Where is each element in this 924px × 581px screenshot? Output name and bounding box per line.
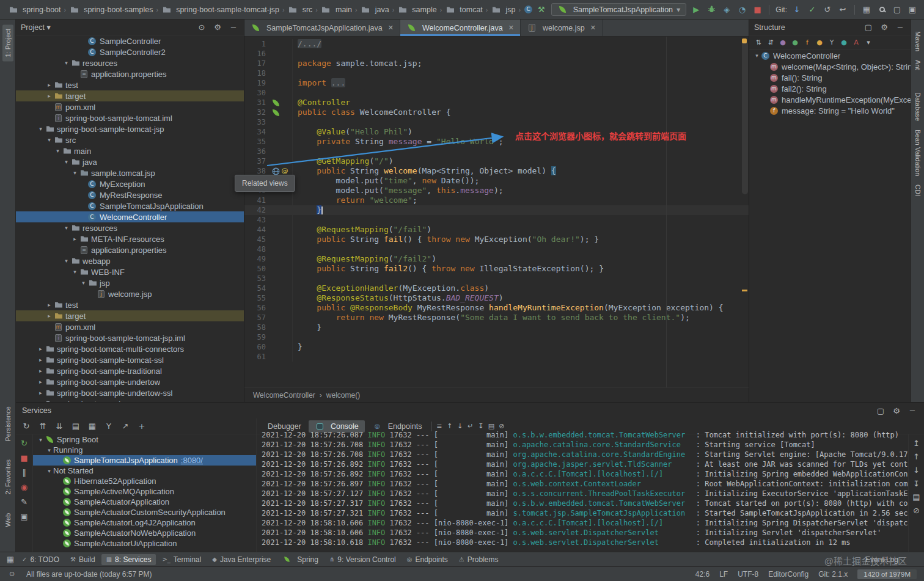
leaf-icon[interactable] bbox=[271, 108, 280, 117]
expand-all-button[interactable]: ⇈ bbox=[37, 422, 48, 430]
tool-button-web[interactable]: Web bbox=[2, 509, 13, 531]
code-line-17[interactable]: 17package sample.tomcat.jsp; bbox=[244, 59, 749, 68]
code-line-50[interactable]: 50 public String fail2() { throw new Ill… bbox=[244, 264, 749, 274]
tree-collapse-icon[interactable]: ▾ bbox=[62, 225, 70, 231]
project-item-spring-boot-sample-tomcat-ssl[interactable]: ▸spring-boot-sample-tomcat-ssl bbox=[16, 354, 244, 365]
next-message-button[interactable]: ↓ bbox=[911, 466, 922, 474]
structure-item-fail2-string[interactable]: mfail2(): String bbox=[749, 83, 911, 94]
service-spring-boot[interactable]: ▾Spring Boot bbox=[33, 434, 256, 445]
console-options-button[interactable]: ≡ bbox=[435, 423, 444, 429]
breadcrumb-spring-boot-samples[interactable]: spring-boot-samples bbox=[67, 4, 155, 15]
tool-window-button-build[interactable]: ⚒Build bbox=[65, 554, 100, 565]
project-item-welcome-jsp[interactable]: jwelcome.jsp bbox=[16, 288, 244, 299]
project-item-pom-xml[interactable]: mpom.xml bbox=[16, 321, 244, 332]
project-item-spring-boot-sample-undertow[interactable]: ▸spring-boot-sample-undertow bbox=[16, 376, 244, 387]
tool-button-persistence[interactable]: Persistence bbox=[2, 402, 13, 445]
project-item-spring-boot-sample-traditional[interactable]: ▸spring-boot-sample-traditional bbox=[16, 365, 244, 376]
bean-filter-button[interactable]: ● bbox=[840, 39, 848, 46]
hide-panel-button[interactable]: ─ bbox=[907, 407, 918, 415]
service-not-started[interactable]: ▾Not Started bbox=[33, 466, 256, 476]
tree-expand-icon[interactable]: ▸ bbox=[37, 390, 45, 396]
tree-collapse-icon[interactable]: ▾ bbox=[37, 126, 45, 132]
take-thread-dump-button[interactable]: ▣ bbox=[19, 513, 30, 521]
tool-button-ant[interactable]: Ant bbox=[912, 56, 923, 75]
window-mode-button[interactable]: ▢ bbox=[875, 407, 886, 415]
filter-services-button[interactable]: Y bbox=[103, 422, 114, 430]
code-line-48[interactable]: 48 bbox=[244, 244, 749, 254]
code-line-38[interactable]: 38@ public String welcome(Map<String, Ob… bbox=[244, 166, 749, 176]
tool-button-1-project[interactable]: 1: Project bbox=[2, 24, 13, 61]
project-item-webapp[interactable]: ▾webapp bbox=[16, 255, 244, 266]
code-line-44[interactable]: 44 @RequestMapping("/fail") bbox=[244, 225, 749, 235]
refresh-services-button[interactable]: ↻ bbox=[21, 422, 32, 430]
view-options-button[interactable]: ▦ bbox=[87, 422, 98, 430]
tree-collapse-icon[interactable]: ▾ bbox=[62, 60, 70, 66]
tree-collapse-icon[interactable]: ▾ bbox=[71, 269, 79, 275]
status-widget-git-2-1-x[interactable]: Git: 2.1.x bbox=[818, 570, 848, 579]
code-line-33[interactable]: 33 bbox=[244, 117, 749, 127]
tree-collapse-icon[interactable]: ▾ bbox=[54, 148, 62, 154]
prev-message-button[interactable]: ↑ bbox=[911, 453, 922, 461]
service-sampletomcatjspapplication[interactable]: SampleTomcatJspApplication:8080/ bbox=[33, 455, 256, 466]
tree-collapse-icon[interactable]: ▾ bbox=[62, 258, 70, 264]
code-line-40[interactable]: 40 model.put("message", this.message); bbox=[244, 186, 749, 195]
maximize-window-button[interactable]: ▣ bbox=[907, 5, 918, 13]
search-everywhere-button[interactable] bbox=[876, 5, 887, 13]
project-item-test[interactable]: ▸test bbox=[16, 79, 244, 90]
show-anonymous-button[interactable]: ● bbox=[791, 39, 799, 46]
tree-collapse-icon[interactable]: ▾ bbox=[45, 468, 53, 474]
tool-window-button-problems[interactable]: ⚠Problems bbox=[454, 554, 504, 565]
git-rollback-button[interactable]: ↩ bbox=[837, 5, 848, 13]
scroll-to-end-button[interactable]: ↧ bbox=[476, 423, 485, 429]
code-line-45[interactable]: 45 public String fail() { throw new MyEx… bbox=[244, 235, 749, 244]
structure-item-message-string-hello-world[interactable]: fmessage: String = "Hello World" bbox=[749, 105, 911, 116]
scroll-to-bottom-button[interactable]: ↧ bbox=[911, 480, 922, 488]
tree-expand-icon[interactable]: ▸ bbox=[45, 93, 53, 99]
run-button[interactable]: ▶ bbox=[691, 5, 702, 13]
project-item-pom-xml[interactable]: mpom.xml bbox=[16, 101, 244, 112]
hide-panel-button[interactable]: ─ bbox=[228, 23, 239, 31]
locate-file-button[interactable]: ⊙ bbox=[196, 23, 207, 31]
leaf-icon[interactable] bbox=[271, 98, 280, 107]
service-sampleactuatorcustomsecurityapplication[interactable]: SampleActuatorCustomSecurityApplication bbox=[33, 507, 256, 517]
code-line-36[interactable]: 36 bbox=[244, 147, 749, 156]
tool-window-button-endpoints[interactable]: ◎Endpoints bbox=[402, 554, 453, 565]
project-item-src[interactable]: ▾src bbox=[16, 134, 244, 145]
breadcrumb-sample[interactable]: sample bbox=[395, 4, 438, 15]
project-item-test[interactable]: ▸test bbox=[16, 299, 244, 310]
git-update-button[interactable]: ↓ bbox=[791, 5, 802, 13]
code-line-41[interactable]: 41 return "welcome"; bbox=[244, 195, 749, 205]
project-item-java[interactable]: ▾java bbox=[16, 156, 244, 167]
close-tab-icon[interactable]: ✕ bbox=[508, 24, 514, 32]
run-with-coverage-button[interactable]: ◈ bbox=[721, 5, 732, 13]
breadcrumb-spring-boot-sample-tomcat-jsp[interactable]: spring-boot-sample-tomcat-jsp bbox=[160, 4, 281, 15]
stop-service-button[interactable]: ■ bbox=[19, 454, 30, 462]
settings-button[interactable]: ⚙ bbox=[891, 407, 902, 415]
project-item-spring-boot-sample-tomcat-iml[interactable]: ispring-boot-sample-tomcat.iml bbox=[16, 112, 244, 123]
project-item-meta-inf-resources[interactable]: ▸META-INF.resources bbox=[16, 233, 244, 244]
edit-run-configuration-button[interactable]: ✎ bbox=[19, 498, 30, 506]
tree-expand-icon[interactable]: ▸ bbox=[37, 346, 45, 352]
suspend-output-button[interactable]: ∥ bbox=[19, 469, 30, 477]
structure-item-handlemyruntimeexception-myexception[interactable]: mhandleMyRuntimeException(MyException) bbox=[749, 94, 911, 105]
project-item-main[interactable]: ▾main bbox=[16, 145, 244, 156]
tool-button-bean-validation[interactable]: Bean Validation bbox=[912, 125, 923, 180]
editor-tab-welcome-jsp[interactable]: jwelcome.jsp✕ bbox=[521, 20, 603, 36]
project-item-web-inf[interactable]: ▾WEB-INF bbox=[16, 266, 244, 277]
clear-all-button[interactable]: ⊘ bbox=[911, 506, 922, 514]
editor-breadcrumb-welcomecontroller[interactable]: WelcomeController bbox=[253, 391, 315, 400]
build-project-button[interactable]: ⚒ bbox=[536, 5, 547, 13]
service-running[interactable]: ▾Running bbox=[33, 445, 256, 455]
expand-options-button[interactable]: ▾ bbox=[864, 39, 873, 46]
breadcrumb-tomcat[interactable]: tomcat bbox=[443, 4, 485, 15]
service-port-link[interactable]: :8080/ bbox=[181, 456, 203, 465]
error-stripe[interactable] bbox=[740, 37, 749, 387]
code-line-60[interactable]: 60} bbox=[244, 342, 749, 352]
breadcrumb-main[interactable]: main bbox=[319, 4, 354, 15]
code-line-1[interactable]: 1/.../ bbox=[244, 39, 749, 49]
service-hibernate52application[interactable]: Hibernate52Application bbox=[33, 476, 256, 486]
tool-button-2-favorites[interactable]: 2: Favorites bbox=[2, 455, 13, 499]
tool-window-button-9-version-control[interactable]: ⋔9: Version Control bbox=[324, 554, 401, 565]
open-in-new-tab-button[interactable]: ↗ bbox=[120, 422, 131, 430]
project-item-samplecontroller2[interactable]: CSampleController2 bbox=[16, 46, 244, 57]
